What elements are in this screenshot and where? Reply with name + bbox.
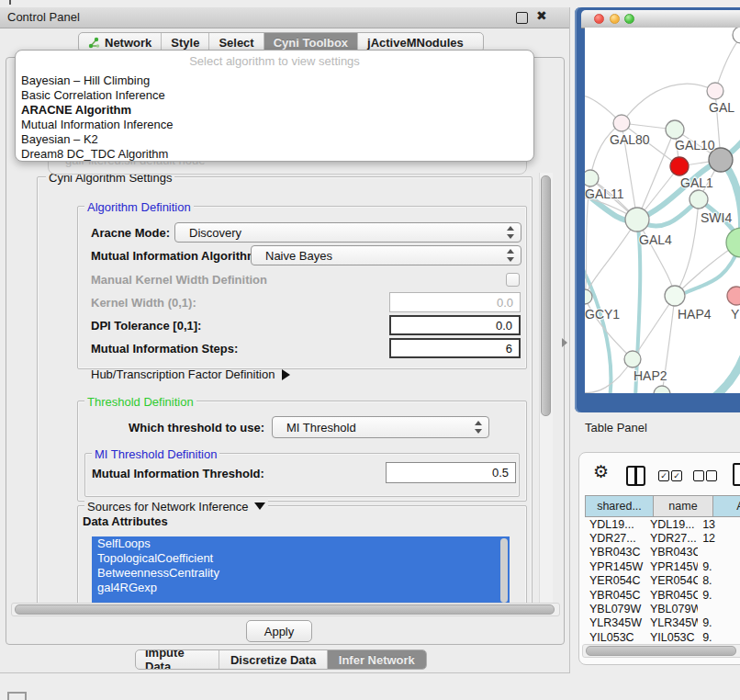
algorithm-option[interactable]: Bayesian – Hill Climbing bbox=[16, 73, 533, 88]
close-icon[interactable]: ✖ bbox=[536, 8, 547, 23]
tab-discretize-data[interactable]: Discretize Data bbox=[219, 650, 327, 669]
algorithm-option[interactable]: Basic Correlation Inference bbox=[16, 88, 533, 103]
tab-select-label: Select bbox=[219, 36, 253, 50]
tab-select[interactable]: Select bbox=[209, 33, 263, 51]
table-row[interactable]: YIL053CYIL053C9. bbox=[585, 630, 740, 644]
settings-hscroll-thumb[interactable] bbox=[15, 604, 555, 615]
network-edge[interactable] bbox=[585, 259, 611, 393]
node-gal4[interactable] bbox=[625, 208, 649, 231]
algorithm-option[interactable]: Mutual Information Inference bbox=[16, 118, 533, 132]
network-edge[interactable] bbox=[622, 84, 715, 123]
sources-group-title[interactable]: Sources for Network Inference bbox=[84, 500, 268, 514]
settings-hscroll-track[interactable] bbox=[11, 603, 560, 616]
document-icon[interactable] bbox=[733, 463, 740, 486]
apply-button[interactable]: Apply bbox=[246, 620, 312, 642]
network-tab-icon bbox=[88, 37, 100, 49]
table-row[interactable]: YLR345WYLR345W9. bbox=[585, 616, 740, 630]
table-cell: 8. bbox=[698, 574, 740, 587]
network-edge[interactable] bbox=[637, 220, 675, 296]
table-row[interactable]: YDL19...YDL19...13 bbox=[585, 517, 740, 531]
node-partial-top[interactable] bbox=[733, 28, 740, 43]
tab-jactivemnodules-label: jActiveMNodules bbox=[367, 36, 464, 50]
minimize-traffic-light[interactable] bbox=[610, 14, 620, 24]
splitter-handle-icon[interactable] bbox=[562, 338, 567, 347]
attribute-list-item[interactable]: BetweennessCentrality bbox=[92, 566, 510, 581]
hub-definition-label: Hub/Transcription Factor Definition bbox=[91, 367, 275, 381]
algorithm-dropdown-placeholder: Select algorithm to view settings bbox=[16, 54, 533, 68]
column-layout-icon[interactable] bbox=[626, 466, 645, 486]
tab-style[interactable]: Style bbox=[162, 33, 209, 51]
which-threshold-combo[interactable]: MI Threshold bbox=[272, 416, 489, 438]
hub-definition-toggle[interactable]: Hub/Transcription Factor Definition bbox=[91, 367, 290, 381]
node-big-green[interactable] bbox=[726, 228, 740, 257]
node-gal10[interactable] bbox=[666, 120, 684, 139]
tab-jactivemnodules[interactable]: jActiveMNodules bbox=[358, 33, 473, 51]
float-window-icon[interactable] bbox=[516, 12, 528, 24]
mi-type-combo[interactable]: Naive Bayes bbox=[251, 245, 521, 265]
table-hscroll-track[interactable] bbox=[582, 644, 740, 658]
algorithm-option[interactable]: Dream8 DC_TDC Algorithm bbox=[16, 147, 533, 162]
select-all-checkbox-icon[interactable]: ✓ bbox=[671, 470, 682, 481]
table-cell: YDL19... bbox=[645, 518, 698, 531]
close-traffic-light[interactable] bbox=[594, 14, 604, 24]
attribute-list-scrollbar[interactable] bbox=[500, 538, 508, 603]
network-edge[interactable] bbox=[669, 336, 740, 393]
node-gal1[interactable] bbox=[670, 157, 689, 175]
attribute-list-item[interactable]: gal4RGexp bbox=[92, 581, 510, 595]
mi-threshold-field[interactable]: 0.5 bbox=[386, 462, 516, 483]
settings-vscroll-thumb[interactable] bbox=[541, 175, 551, 416]
network-edge[interactable] bbox=[585, 220, 637, 297]
node-gal-partial[interactable] bbox=[707, 83, 723, 99]
tab-infer-network[interactable]: Infer Network bbox=[328, 650, 426, 669]
algorithm-option[interactable]: ARACNE Algorithm bbox=[16, 103, 533, 118]
mi-type-value: Naive Bayes bbox=[265, 249, 332, 263]
algorithm-option[interactable]: Bayesian – K2 bbox=[16, 132, 533, 147]
node-gal11[interactable] bbox=[585, 170, 599, 186]
table-row[interactable]: YDR27...YDR27...12 bbox=[585, 531, 740, 545]
table-settings-gear-icon[interactable]: ⚙ bbox=[593, 461, 609, 482]
network-graph[interactable]: GALGAL80GAL10GAL1GAL11SWI4GAL4GCY1HAP4YH… bbox=[585, 28, 740, 393]
select-all-checkbox-icon[interactable]: ✓ bbox=[658, 470, 669, 481]
network-edge[interactable] bbox=[675, 199, 699, 296]
deselect-checkbox-icon[interactable] bbox=[693, 470, 704, 481]
table-row[interactable]: YER054CYER054C8. bbox=[585, 574, 740, 588]
table-row[interactable]: YBR045CYBR045C9. bbox=[585, 588, 740, 602]
tab-impute-data[interactable]: Impute Data bbox=[136, 650, 219, 669]
dpi-tolerance-field[interactable]: 0.0 bbox=[389, 315, 521, 335]
tab-network-label: Network bbox=[105, 36, 151, 50]
threshold-definition-title: Threshold Definition bbox=[84, 395, 196, 409]
column-header[interactable]: shared... bbox=[585, 495, 654, 517]
manual-kernel-checkbox[interactable] bbox=[506, 273, 520, 287]
network-edge[interactable] bbox=[715, 37, 740, 91]
attribute-list-item[interactable]: SelfLoops bbox=[92, 536, 510, 551]
zoom-traffic-light[interactable] bbox=[624, 14, 634, 24]
table-row[interactable]: YPR145WYPR145W9. bbox=[585, 559, 740, 573]
tab-network[interactable]: Network bbox=[79, 33, 162, 51]
table-body[interactable]: YDL19...YDL19...13YDR27...YDR27...12YBR0… bbox=[585, 517, 740, 646]
table-row[interactable]: YBR043CYBR043C bbox=[585, 546, 740, 559]
network-canvas[interactable]: GALGAL80GAL10GAL1GAL11SWI4GAL4GCY1HAP4YH… bbox=[585, 28, 740, 393]
node-partial-bottom[interactable] bbox=[654, 386, 670, 393]
mi-steps-field[interactable]: 6 bbox=[389, 338, 521, 358]
data-attributes-list[interactable]: SelfLoopsTopologicalCoefficientBetweenne… bbox=[92, 536, 510, 607]
table-cell: YLR345W bbox=[585, 616, 645, 629]
node-hap4[interactable] bbox=[665, 286, 685, 306]
table-row[interactable]: YBL079WYBL079W bbox=[585, 602, 740, 615]
tab-cyni-toolbox[interactable]: Cyni Toolbox bbox=[264, 33, 358, 51]
attribute-list-item[interactable]: TopologicalCoefficient bbox=[92, 551, 510, 566]
settings-vscroll-track[interactable] bbox=[539, 173, 553, 615]
column-header[interactable]: A bbox=[713, 495, 740, 517]
network-edge[interactable] bbox=[590, 123, 622, 178]
network-view-window[interactable]: GALGAL80GAL10GAL1GAL11SWI4GAL4GCY1HAP4YH… bbox=[575, 7, 740, 412]
network-edge[interactable] bbox=[585, 134, 740, 220]
node-swi4[interactable] bbox=[690, 190, 708, 209]
kernel-width-field[interactable]: 0.0 bbox=[389, 292, 521, 312]
node-gal80[interactable] bbox=[613, 115, 630, 131]
node-hap2[interactable] bbox=[624, 351, 641, 367]
column-header[interactable]: name bbox=[654, 495, 713, 517]
table-hscroll-thumb[interactable] bbox=[586, 646, 736, 656]
node-y-partial[interactable] bbox=[727, 287, 740, 305]
network-window-titlebar[interactable] bbox=[581, 10, 740, 28]
aracne-mode-combo[interactable]: Discovery bbox=[174, 222, 521, 243]
deselect-checkbox-icon[interactable] bbox=[706, 470, 717, 481]
